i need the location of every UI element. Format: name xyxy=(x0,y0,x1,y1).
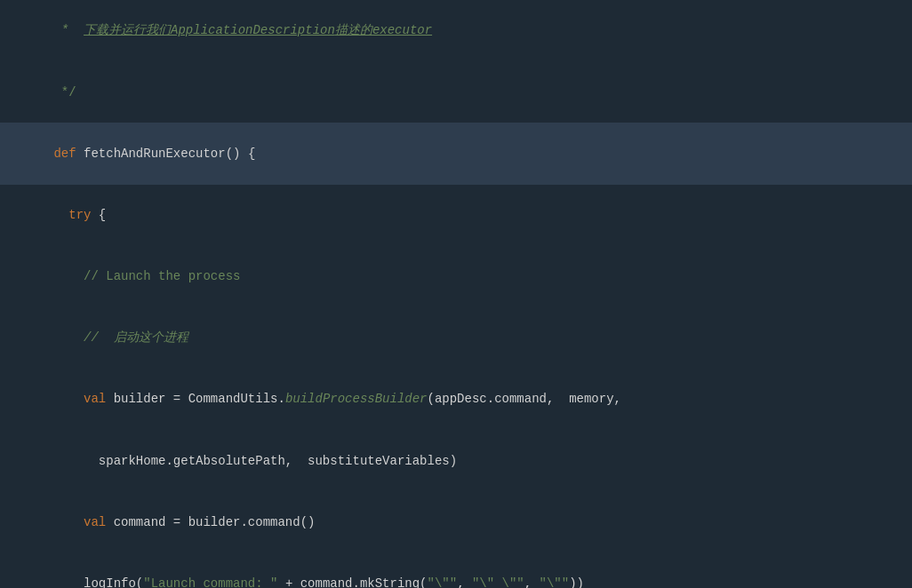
indent xyxy=(53,392,84,406)
code-line: val command = builder.command() xyxy=(0,491,912,552)
comment-text: // Launch the process xyxy=(53,269,240,283)
code-line: // 启动这个进程 xyxy=(0,307,912,369)
comment-text: */ xyxy=(53,85,76,99)
string-text: "Launch command: " xyxy=(143,576,277,588)
comment-text: * 下载并运行我们ApplicationDescription描述的execut… xyxy=(53,23,432,37)
code-text: , xyxy=(457,576,472,588)
code-line: val builder = CommandUtils.buildProcessB… xyxy=(0,369,912,430)
indent xyxy=(53,208,68,222)
string-text: "\"" xyxy=(428,576,458,588)
keyword-val: val xyxy=(84,515,114,529)
code-text: + command.mkString( xyxy=(277,576,427,588)
method-italic: buildProcessBuilder xyxy=(285,392,428,406)
code-text: (appDesc.command, memory, xyxy=(428,392,621,406)
code-line: logInfo("Launch command: " + command.mkS… xyxy=(0,553,912,588)
code-text: )) xyxy=(569,576,584,588)
code-line: sparkHome.getAbsolutePath, substituteVar… xyxy=(0,430,912,491)
code-line: // Launch the process xyxy=(0,246,912,307)
code-text: command = builder.command() xyxy=(114,515,316,529)
code-line: * 下载并运行我们ApplicationDescription描述的execut… xyxy=(0,0,912,61)
code-text: fetchAndRunExecutor() xyxy=(84,147,248,161)
keyword: def xyxy=(53,147,84,161)
comment-cn: // 启动这个进程 xyxy=(53,330,188,345)
code-text: logInfo( xyxy=(84,576,143,588)
keyword-try: try xyxy=(68,208,91,222)
code-text: sparkHome.getAbsolutePath, substituteVar… xyxy=(53,454,457,468)
string-text: "\"" xyxy=(540,576,570,588)
indent xyxy=(53,515,84,529)
indent xyxy=(53,576,84,588)
code-text: builder = CommandUtils. xyxy=(114,392,285,406)
brace: { xyxy=(248,147,255,161)
code-line-def: def fetchAndRunExecutor() { xyxy=(0,123,912,184)
code-editor: * 下载并运行我们ApplicationDescription描述的execut… xyxy=(0,0,912,588)
keyword-val: val xyxy=(84,392,114,406)
string-text: "\" \"" xyxy=(472,576,524,588)
code-text: { xyxy=(91,208,106,222)
code-text: , xyxy=(524,576,540,588)
code-line: */ xyxy=(0,61,912,123)
code-line: try { xyxy=(0,185,912,246)
